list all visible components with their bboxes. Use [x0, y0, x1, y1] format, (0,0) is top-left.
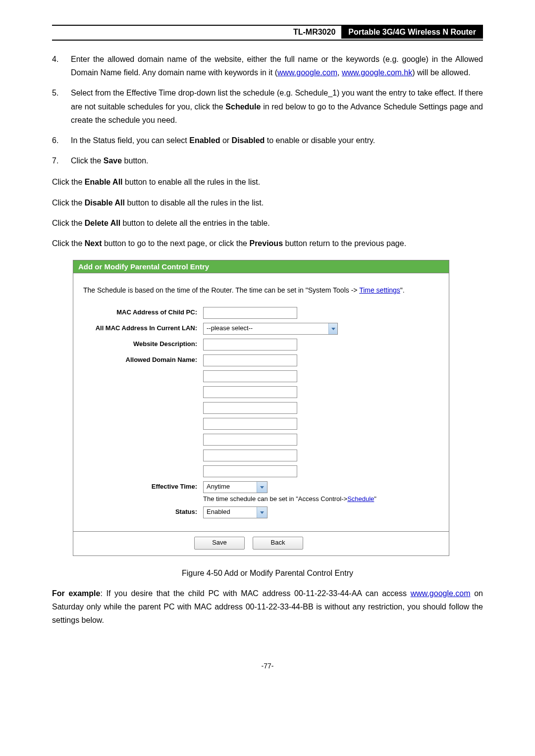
- mac-input[interactable]: [203, 307, 297, 319]
- link-google-hk[interactable]: www.google.com.hk: [342, 68, 412, 77]
- label-mac: MAC Address of Child PC:: [83, 307, 203, 316]
- link-time-settings[interactable]: Time settings: [359, 286, 400, 294]
- domain-input-4[interactable]: [203, 402, 297, 414]
- step-number: 4.: [52, 52, 71, 79]
- step-number: 7.: [52, 154, 71, 167]
- save-button[interactable]: Save: [194, 537, 245, 550]
- time-hint: The time schedule can be set in "Access …: [203, 495, 439, 503]
- chevron-down-icon: [328, 323, 337, 334]
- step-text: Click the Save button.: [71, 154, 483, 167]
- domain-input-8[interactable]: [203, 465, 297, 477]
- instruction-list: 4. Enter the allowed domain name of the …: [52, 52, 483, 167]
- header-title: Portable 3G/4G Wireless N Router: [341, 26, 483, 39]
- para-delete-all: Click the Delete All button to delete al…: [52, 216, 483, 230]
- page-number: -77-: [52, 662, 483, 670]
- description-input[interactable]: [203, 339, 297, 351]
- step-text: In the Status field, you can select Enab…: [71, 134, 483, 147]
- back-button[interactable]: Back: [253, 537, 303, 550]
- domain-input-3[interactable]: [203, 386, 297, 398]
- header-model: TL-MR3020: [287, 26, 341, 39]
- domain-input-7[interactable]: [203, 450, 297, 461]
- para-enable-all: Click the Enable All button to enable al…: [52, 175, 483, 189]
- domain-input-1[interactable]: [203, 354, 297, 366]
- link-schedule[interactable]: Schedule: [347, 495, 374, 503]
- chevron-down-icon: [257, 482, 267, 493]
- panel-title: Add or Modify Parental Control Entry: [73, 260, 449, 273]
- figure-panel: Add or Modify Parental Control Entry The…: [73, 260, 449, 556]
- chevron-down-icon: [257, 507, 267, 518]
- domain-input-6[interactable]: [203, 434, 297, 446]
- label-desc: Website Description:: [83, 339, 203, 348]
- example-paragraph: For example: If you desire that the chil…: [52, 587, 483, 627]
- label-allmac: All MAC Address In Current LAN:: [83, 323, 203, 332]
- step-text: Select from the Effective Time drop-down…: [71, 86, 483, 127]
- link-google-example[interactable]: www.google.com: [411, 589, 471, 598]
- label-time: Effective Time:: [83, 481, 203, 490]
- domain-input-5[interactable]: [203, 418, 297, 430]
- figure-caption: Figure 4-50 Add or Modify Parental Contr…: [52, 569, 483, 578]
- para-disable-all: Click the Disable All button to disable …: [52, 196, 483, 209]
- step-number: 6.: [52, 134, 71, 147]
- domain-input-2[interactable]: [203, 370, 297, 382]
- step-number: 5.: [52, 86, 71, 127]
- label-domain: Allowed Domain Name:: [83, 354, 203, 363]
- allmac-select[interactable]: --please select--: [203, 323, 338, 335]
- label-status: Status:: [83, 506, 203, 515]
- schedule-note: The Schedule is based on the time of the…: [83, 286, 439, 294]
- para-next-prev: Click the Next button to go to the next …: [52, 237, 483, 250]
- effective-time-select[interactable]: Anytime: [203, 481, 268, 493]
- step-text: Enter the allowed domain name of the web…: [71, 52, 483, 79]
- status-select[interactable]: Enabled: [203, 506, 268, 518]
- link-google[interactable]: www.google.com: [277, 68, 337, 77]
